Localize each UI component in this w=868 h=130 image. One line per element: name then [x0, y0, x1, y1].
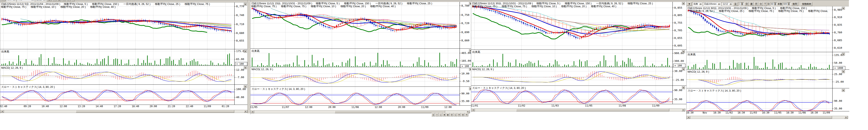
- svg-text:11/08: 11/08: [351, 106, 359, 109]
- chart-canvas-15min[interactable]: 8,7808,7508,7208,6908,660465.00185.0010.…: [250, 0, 471, 114]
- scroll-right-button[interactable]: ►: [244, 110, 247, 113]
- scroll-track[interactable]: [690, 116, 844, 119]
- svg-text:11/05: 11/05: [585, 104, 592, 107]
- symbol-select[interactable]: 日経225mini▼: [703, 2, 721, 6]
- svg-text:12:00: 12:00: [444, 106, 452, 109]
- svg-text:11/05: 11/05: [250, 106, 257, 109]
- bar-type-button[interactable]: 足: [733, 2, 738, 6]
- scroll-thumb[interactable]: [730, 116, 832, 119]
- horizontal-scrollbar[interactable]: ◄ ►: [687, 116, 848, 119]
- svg-text:11/09: 11/09: [823, 111, 830, 114]
- period-button[interactable]: 週: [749, 2, 753, 6]
- svg-text:14:40: 14:40: [96, 105, 103, 108]
- svg-text:× 100: × 100: [462, 65, 469, 68]
- minute-value: 60: [771, 3, 773, 5]
- chevron-down-icon: ▼: [729, 3, 732, 5]
- svg-text:300.00: 300.00: [674, 59, 684, 62]
- bar-type-button[interactable]: 足: [47, 0, 52, 1]
- drawing-tool-button[interactable]: +: [435, 113, 439, 116]
- svg-text:8,750: 8,750: [461, 14, 469, 17]
- horizontal-scrollbar[interactable]: ◄ ►: [471, 108, 685, 111]
- svg-text:11/02: 11/02: [518, 104, 525, 107]
- period-button[interactable]: T: [71, 0, 74, 1]
- drawing-tools-toolbar: ∥+⊥■▶DLR⊕✕: [432, 113, 468, 116]
- scroll-track[interactable]: [4, 110, 244, 113]
- svg-text:-9.50: -9.50: [461, 80, 469, 83]
- spinner-arrows-icon[interactable]: ▲▼: [774, 3, 776, 5]
- macd-pane-label: MACD( 12, 26, 9 ): [1, 66, 23, 69]
- period-button[interactable]: 日: [744, 2, 749, 6]
- period-button[interactable]: 日: [52, 0, 57, 1]
- svg-text:8,655: 8,655: [674, 36, 682, 40]
- scroll-left-button[interactable]: ◄: [251, 110, 254, 113]
- svg-text:8,760: 8,760: [834, 31, 842, 34]
- scroll-thumb[interactable]: [76, 110, 234, 113]
- scroll-right-button[interactable]: ►: [844, 116, 848, 119]
- svg-text:35.00: 35.00: [834, 107, 842, 110]
- contract-select[interactable]: 11/12▼: [721, 2, 733, 5]
- spinner-arrows-icon[interactable]: ▲▼: [741, 3, 743, 5]
- svg-text:× 100: × 100: [675, 64, 682, 67]
- period-button[interactable]: 月: [62, 0, 66, 1]
- volume-pane-label: 出来高: [251, 49, 259, 53]
- scroll-right-button[interactable]: ►: [682, 109, 685, 111]
- drawing-tool-button[interactable]: ■: [443, 113, 446, 116]
- contract-select[interactable]: 11/12▼: [35, 0, 46, 1]
- drawing-tool-button[interactable]: L: [454, 113, 457, 116]
- volume-pane-label: 出来高: [472, 50, 480, 54]
- drawing-tool-button[interactable]: D: [450, 113, 454, 116]
- scroll-thumb[interactable]: [516, 109, 669, 111]
- chart-window-30min: 8,8558,8058,7558,7058,6558,605900.00300.…: [471, 0, 686, 112]
- svg-text:35.00: 35.00: [674, 98, 682, 101]
- svg-text:40.00: 40.00: [236, 96, 244, 99]
- apply-button[interactable]: 適用: [791, 2, 798, 6]
- contract-value: 11/12: [36, 0, 42, 1]
- period-button[interactable]: 月: [754, 2, 758, 6]
- chevron-down-icon: ▼: [699, 3, 702, 5]
- chart-canvas-30min[interactable]: 8,8558,8058,7558,7058,6558,605900.00300.…: [471, 0, 687, 112]
- scroll-left-button[interactable]: ◄: [0, 110, 4, 113]
- svg-text:8,740: 8,740: [236, 14, 244, 17]
- period-button[interactable]: 分: [759, 2, 763, 6]
- period-button[interactable]: 週: [57, 0, 61, 1]
- scroll-thumb[interactable]: [335, 110, 445, 113]
- svg-text:12.00: 12.00: [236, 68, 244, 71]
- period-buttons: 日週月分T: [52, 0, 74, 1]
- svg-text:11/05: 11/05: [774, 111, 781, 114]
- drawing-tool-button[interactable]: ⊥: [439, 113, 442, 116]
- drawing-tool-button[interactable]: ∥: [432, 113, 435, 116]
- minute-spinner[interactable]: 60▲▼: [770, 2, 777, 5]
- svg-text:8,910: 8,910: [834, 16, 842, 19]
- svg-text:× 100: × 100: [236, 62, 244, 66]
- menu-dropdown-button[interactable]: ▼: [687, 2, 692, 5]
- chart-canvas-60min[interactable]: 8,9858,9108,8358,7608,6858,610135.0050.0…: [687, 0, 849, 120]
- symbol-select[interactable]: 日経225mini▼: [17, 0, 34, 1]
- scroll-track[interactable]: [475, 109, 682, 111]
- horizontal-scrollbar[interactable]: ◄ ►: [0, 110, 248, 113]
- svg-text:20:00: 20:00: [398, 106, 405, 109]
- drawing-tool-button[interactable]: R: [458, 113, 461, 116]
- drawing-tool-button[interactable]: ⊕: [461, 113, 465, 116]
- svg-text:16:30: 16:30: [738, 111, 745, 114]
- vertical-scrollbar[interactable]: [247, 0, 250, 113]
- period-button[interactable]: T: [764, 2, 767, 6]
- scroll-left-button[interactable]: ◄: [687, 116, 690, 119]
- bar-total-spinner[interactable]: 600▲▼: [783, 2, 790, 5]
- drawing-tool-button[interactable]: ▶: [446, 113, 450, 116]
- svg-text:90.00: 90.00: [461, 92, 469, 95]
- drawing-tool-button[interactable]: ✕: [465, 113, 468, 116]
- svg-text:25.00: 25.00: [834, 73, 842, 76]
- window-top-strip: ▼ 先物▼ 日経225mini▼ 11/12▼ 足 日週月分T: [0, 0, 250, 2]
- bar-count-spinner[interactable]: 1▲▼: [739, 2, 744, 5]
- svg-text:× 1000: × 1000: [834, 67, 843, 70]
- chart-canvas-5min[interactable]: 8,7708,7408,7108,6808,655175.0065.0012.0…: [0, 0, 250, 114]
- svg-text:35.00: 35.00: [461, 100, 469, 103]
- scroll-left-button[interactable]: ◄: [471, 109, 475, 111]
- spinner-arrows-icon[interactable]: ▲▼: [788, 3, 790, 5]
- category-select[interactable]: 先物▼: [6, 0, 16, 1]
- menu-dropdown-button[interactable]: ▼: [1, 0, 5, 1]
- multi-symbol-button[interactable]: 複数銘柄: [801, 2, 812, 6]
- category-select[interactable]: 先物▼: [692, 2, 702, 6]
- svg-text:11/07: 11/07: [282, 106, 289, 109]
- period-button[interactable]: 分: [66, 0, 71, 1]
